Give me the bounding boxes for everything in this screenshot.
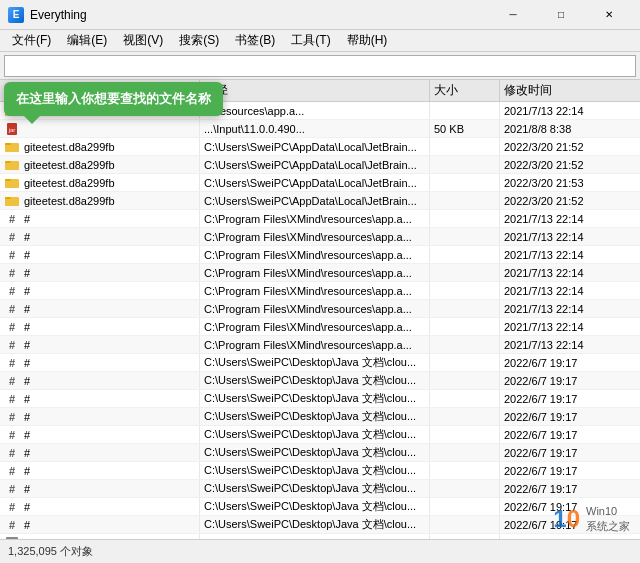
table-row[interactable]: $ $$ C:\Users\SweiPC\Documents\Tencent F… — [0, 534, 640, 539]
file-name: giteetest.d8a299fb — [24, 195, 115, 207]
cell-date: 2022/6/7 19:17 — [500, 372, 640, 389]
cell-date: 2022/3/20 21:52 — [500, 192, 640, 209]
folder-icon — [4, 175, 20, 191]
table-row[interactable]: # # C:\Users\SweiPC\Desktop\Java 文档\clou… — [0, 372, 640, 390]
file-name: giteetest.d8a299fb — [24, 177, 115, 189]
cell-size: 50 KB — [430, 120, 500, 137]
col-header-date[interactable]: 修改时间 — [500, 80, 640, 101]
cell-size — [430, 102, 500, 119]
table-row[interactable]: # # C:\Program Files\XMind\resources\app… — [0, 300, 640, 318]
cell-path: C:\Users\SweiPC\Desktop\Java 文档\clou... — [200, 390, 430, 407]
folder-icon — [4, 139, 20, 155]
close-button[interactable]: ✕ — [586, 0, 632, 30]
table-row[interactable]: giteetest.d8a299fb C:\Users\SweiPC\AppDa… — [0, 138, 640, 156]
cell-date: 2022/6/7 19:17 — [500, 426, 640, 443]
table-row[interactable]: # # C:\Users\SweiPC\Desktop\Java 文档\clou… — [0, 354, 640, 372]
table-row[interactable]: # # C:\Program Files\XMind\resources\app… — [0, 282, 640, 300]
svg-rect-9 — [5, 179, 11, 181]
hash-icon: # — [4, 391, 20, 407]
menu-view[interactable]: 视图(V) — [115, 30, 171, 51]
cell-name: # # — [0, 408, 200, 425]
svg-rect-7 — [5, 161, 11, 163]
table-row[interactable]: giteetest.d8a299fb C:\Users\SweiPC\AppDa… — [0, 192, 640, 210]
hash-icon: # — [4, 265, 20, 281]
cell-name: # # — [0, 426, 200, 443]
cell-name: # # — [0, 318, 200, 335]
file-name: # — [24, 231, 30, 243]
watermark: 10 Win10 系统之家 — [553, 504, 630, 533]
app-title: Everything — [30, 8, 490, 22]
cell-date: 2022/6/7 19:17 — [500, 462, 640, 479]
table-row[interactable]: # # C:\Program Files\XMind\resources\app… — [0, 246, 640, 264]
cell-size — [430, 444, 500, 461]
cell-size — [430, 354, 500, 371]
table-row[interactable]: # # C:\Users\SweiPC\Desktop\Java 文档\clou… — [0, 408, 640, 426]
menu-tools[interactable]: 工具(T) — [283, 30, 338, 51]
cell-size — [430, 174, 500, 191]
watermark-number: 10 — [553, 507, 580, 531]
cell-size — [430, 336, 500, 353]
col-header-size[interactable]: 大小 — [430, 80, 500, 101]
cell-date: 2022/6/7 19:17 — [500, 390, 640, 407]
hash-icon: # — [4, 427, 20, 443]
table-body: ...\resources\app.a... 2021/7/13 22:14 j… — [0, 102, 640, 539]
menu-bookmark[interactable]: 书签(B) — [227, 30, 283, 51]
file-name: # — [24, 249, 30, 261]
minimize-button[interactable]: ─ — [490, 0, 536, 30]
cell-path: C:\Users\SweiPC\AppData\Local\JetBrain..… — [200, 192, 430, 209]
cell-date: 2021/7/13 22:14 — [500, 300, 640, 317]
table-row[interactable]: # # C:\Users\SweiPC\Desktop\Java 文档\clou… — [0, 444, 640, 462]
table-row[interactable]: # # C:\Users\SweiPC\Desktop\Java 文档\clou… — [0, 390, 640, 408]
hash-icon: # — [4, 211, 20, 227]
cell-name: # # — [0, 300, 200, 317]
cell-name: # # — [0, 228, 200, 245]
table-row[interactable]: # # C:\Program Files\XMind\resources\app… — [0, 336, 640, 354]
menu-file[interactable]: 文件(F) — [4, 30, 59, 51]
cell-size — [430, 390, 500, 407]
cell-path: ...\Input\11.0.0.490... — [200, 120, 430, 137]
cell-date: 2021/7/13 22:14 — [500, 282, 640, 299]
cell-date: 2021/7/13 22:14 — [500, 102, 640, 119]
menu-help[interactable]: 帮助(H) — [339, 30, 396, 51]
cell-path: C:\Users\SweiPC\AppData\Local\JetBrain..… — [200, 174, 430, 191]
table-row[interactable]: # # C:\Users\SweiPC\Desktop\Java 文档\clou… — [0, 516, 640, 534]
cell-size — [430, 264, 500, 281]
maximize-button[interactable]: □ — [538, 0, 584, 30]
table-row[interactable]: jar ...\Input\11.0.0.490... 50 KB 2021/8… — [0, 120, 640, 138]
cell-size — [430, 372, 500, 389]
cell-date: 2022/6/7 19:17 — [500, 354, 640, 371]
col-header-path[interactable]: 路径 — [200, 80, 430, 101]
svg-rect-11 — [5, 197, 11, 199]
cell-size — [430, 228, 500, 245]
cell-path: C:\Users\SweiPC\AppData\Local\JetBrain..… — [200, 156, 430, 173]
cell-path: C:\Users\SweiPC\Desktop\Java 文档\clou... — [200, 372, 430, 389]
folder-icon — [4, 193, 20, 209]
menu-edit[interactable]: 编辑(E) — [59, 30, 115, 51]
table-row[interactable]: giteetest.d8a299fb C:\Users\SweiPC\AppDa… — [0, 156, 640, 174]
menu-bar: 文件(F) 编辑(E) 视图(V) 搜索(S) 书签(B) 工具(T) 帮助(H… — [0, 30, 640, 52]
cell-name: # # — [0, 390, 200, 407]
search-input[interactable] — [4, 55, 636, 77]
cell-date: 2021/7/13 22:14 — [500, 228, 640, 245]
cell-date: 2022/3/20 21:52 — [500, 138, 640, 155]
cell-name: # # — [0, 480, 200, 497]
window-controls: ─ □ ✕ — [490, 0, 632, 30]
file-name: # — [24, 285, 30, 297]
hash-icon: # — [4, 373, 20, 389]
svg-rect-5 — [5, 143, 11, 145]
table-row[interactable]: # # C:\Users\SweiPC\Desktop\Java 文档\clou… — [0, 462, 640, 480]
status-bar: 1,325,095 个对象 — [0, 539, 640, 563]
cell-path: C:\Users\SweiPC\AppData\Local\JetBrain..… — [200, 138, 430, 155]
table-row[interactable]: # # C:\Users\SweiPC\Desktop\Java 文档\clou… — [0, 426, 640, 444]
menu-search[interactable]: 搜索(S) — [171, 30, 227, 51]
table-row[interactable]: # # C:\Users\SweiPC\Desktop\Java 文档\clou… — [0, 498, 640, 516]
cell-path: C:\Users\SweiPC\Desktop\Java 文档\clou... — [200, 462, 430, 479]
table-row[interactable]: giteetest.d8a299fb C:\Users\SweiPC\AppDa… — [0, 174, 640, 192]
table-row[interactable]: # # C:\Program Files\XMind\resources\app… — [0, 318, 640, 336]
table-row[interactable]: # # C:\Program Files\XMind\resources\app… — [0, 264, 640, 282]
table-row[interactable]: # # C:\Program Files\XMind\resources\app… — [0, 210, 640, 228]
table-row[interactable]: # # C:\Users\SweiPC\Desktop\Java 文档\clou… — [0, 480, 640, 498]
table-row[interactable]: # # C:\Program Files\XMind\resources\app… — [0, 228, 640, 246]
cell-name: giteetest.d8a299fb — [0, 174, 200, 191]
cell-name: # # — [0, 498, 200, 515]
